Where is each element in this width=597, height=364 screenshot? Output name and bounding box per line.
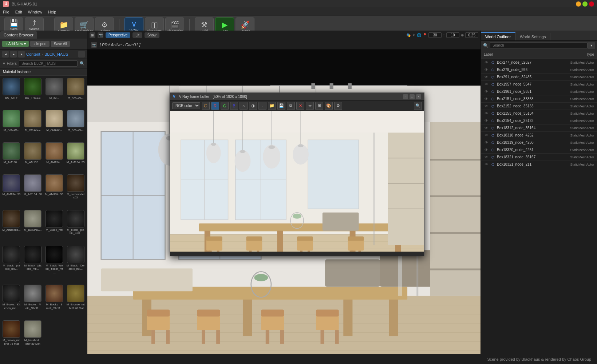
asset-item-m-am130-3[interactable]: M_AM130... <box>23 109 43 140</box>
fb-tool-1[interactable]: ⬡ <box>202 102 210 110</box>
svg-rect-43 <box>151 330 155 344</box>
outliner-search-input[interactable] <box>490 42 588 48</box>
path-blck-haus[interactable]: BLCK_HAUS <box>44 52 68 56</box>
fb-tool-save[interactable]: 💾 <box>277 102 285 110</box>
asset-item-m-bronze[interactable]: M_Bronze_mtl brdf 40 Mat <box>66 284 86 318</box>
asset-item-m-bsm[interactable]: M_Books_ Small_Shelf... <box>44 284 64 318</box>
asset-item-m-a3[interactable]: M_a3... <box>44 77 64 108</box>
outliner-row-13[interactable]: 👁⬡Box18321_node_35167StaticMeshActor <box>481 154 597 161</box>
asset-item-m-am138[interactable]: M_AM134..38 <box>1 174 21 208</box>
outliner-row-9[interactable]: 👁⬡Box18312_node_35164StaticMeshActor <box>481 124 597 132</box>
fb-zoom-out[interactable]: 🔍 <box>414 102 422 110</box>
color-mode-select[interactable]: RGB color <box>172 102 200 109</box>
import-button[interactable]: ↓ Import <box>30 41 49 47</box>
asset-item-m-black3[interactable]: M_black_ plastic_mtl... <box>1 245 21 283</box>
outliner-row-14[interactable]: 👁⬡Box18321_node_211StaticMeshActor <box>481 161 597 168</box>
world-settings-tab[interactable]: World Settings <box>515 33 550 40</box>
filter-label[interactable]: ▼ Filters <box>2 62 17 66</box>
path-options-button[interactable]: ⋯ <box>78 51 85 58</box>
asset-item-m-ceramic[interactable]: M_Black_ Ceramic_mtl... <box>66 245 86 283</box>
up-button[interactable]: ▴ <box>18 51 25 58</box>
minimize-button[interactable] <box>576 1 581 7</box>
fb-tool-b[interactable]: B <box>230 102 238 110</box>
asset-item-m-am138-2[interactable]: M_AM134..38 <box>23 174 43 208</box>
outliner-row-3[interactable]: 👁⬡Box1957_node_5647StaticMeshActor <box>481 81 597 88</box>
world-outliner-tab[interactable]: World Outliner <box>481 32 515 40</box>
outliner-row-11[interactable]: 👁⬡Box18319_node_4250StaticMeshActor <box>481 139 597 146</box>
asset-item-m-bw[interactable]: M_Black_Wood_ ticker_mtl... <box>44 245 64 283</box>
fb-tool-r[interactable]: R <box>211 102 219 110</box>
val2-input[interactable] <box>446 32 459 38</box>
close-button[interactable] <box>589 1 594 7</box>
menu-file[interactable]: File <box>3 10 9 14</box>
fb-tool-copy[interactable]: ⧉ <box>287 102 295 110</box>
outliner-row-2[interactable]: 👁⬡Box291_node_32485StaticMeshActor <box>481 74 597 81</box>
asset-item-m-am134-2[interactable]: M_AM134..36 <box>44 174 64 208</box>
forward-button[interactable]: ▸ <box>10 51 17 58</box>
fb-tool-folder[interactable]: 📁 <box>268 102 276 110</box>
outliner-row-6[interactable]: 👁⬡Box2152_node_35133StaticMeshActor <box>481 103 597 110</box>
fb-tool-layers[interactable]: ⊞ <box>315 102 323 110</box>
asset-item-m-brown[interactable]: M_brown_mtl brdf 75 Mat <box>1 320 21 354</box>
asset-item-m-am130-2[interactable]: M_AM130... <box>1 109 21 140</box>
outliner-row-0[interactable]: 👁⬡Box277_node_32627StaticMeshActor <box>481 59 597 66</box>
fb-tool-red-x[interactable]: ✕ <box>296 102 304 110</box>
asset-item-m-paper[interactable]: M_AM130... <box>44 109 64 140</box>
content-browser-tab[interactable]: Content Browser <box>0 31 37 39</box>
outliner-label-9: Box18312_node_35164 <box>497 126 570 130</box>
search-input[interactable] <box>19 60 78 67</box>
fb-close-button[interactable]: × <box>416 94 421 99</box>
mesh-icon-9: ⬡ <box>490 126 495 131</box>
outliner-row-5[interactable]: 👁⬡Box2151_node_33358StaticMeshActor <box>481 95 597 103</box>
viewport-lock-icon[interactable]: ⊞ <box>90 32 95 38</box>
asset-item-m-artbooks[interactable]: M_ArtBooks... <box>1 209 21 244</box>
outliner-filter-button[interactable]: ▾ <box>588 42 595 49</box>
asset-item-m-am130-4[interactable]: M_AM130... <box>66 109 86 140</box>
asset-item-m-black4[interactable]: M_black_ plastic_mtl... <box>23 245 43 283</box>
fb-tool-dot[interactable]: · <box>258 102 266 110</box>
outliner-row-10[interactable]: 👁⬡Box18318_node_4252StaticMeshActor <box>481 132 597 139</box>
menu-window[interactable]: Window <box>28 10 42 14</box>
asset-item-bg-city[interactable]: BG_CITY <box>1 77 21 108</box>
menu-edit[interactable]: Edit <box>15 10 22 14</box>
asset-item-m-black2[interactable]: M_black_ plastic_mttl... <box>66 209 86 244</box>
fb-restore-button[interactable]: □ <box>410 94 415 99</box>
asset-item-bg-trees[interactable]: BG_TREES <box>23 77 43 108</box>
asset-item-m-black1[interactable]: M_Black_mttl... <box>44 209 64 244</box>
maximize-button[interactable] <box>582 1 588 7</box>
fb-tool-compare[interactable]: ⇔ <box>306 102 314 110</box>
menu-help[interactable]: Help <box>48 10 56 14</box>
asset-item-m-mains[interactable]: M_Books_ Main_Shelf... <box>23 284 43 318</box>
asset-item-m-baking[interactable]: M_BAKING... <box>23 209 43 244</box>
asset-item-m-am134[interactable]: M_AM134... <box>44 142 64 172</box>
outliner-row-12[interactable]: 👁⬡Box18320_node_4251StaticMeshActor <box>481 146 597 154</box>
outliner-row-4[interactable]: 👁⬡Box1961_node_5651StaticMeshActor <box>481 88 597 95</box>
asset-item-m-brushed[interactable]: M_brushed... brdf 39 Mat <box>23 320 43 354</box>
mesh-icon-11: ⬡ <box>490 140 495 145</box>
fb-tool-settings[interactable]: ⚙ <box>334 102 342 110</box>
show-button[interactable]: Show <box>145 32 159 38</box>
outliner-row-8[interactable]: 👁⬡Box2154_node_35132StaticMeshActor <box>481 117 597 124</box>
val1-input[interactable] <box>428 32 442 38</box>
save-all-button[interactable]: Save All <box>51 41 70 47</box>
fb-tool-circle[interactable]: ○ <box>240 102 248 110</box>
asset-item-m-am130-1[interactable]: M_AM130... <box>66 77 86 108</box>
asset-item-m-archmodels[interactable]: M_archmodels52 <box>66 174 86 208</box>
path-content[interactable]: Content <box>26 52 40 56</box>
asset-item-m-kitchen[interactable]: M_Books_ Kitchen_mtl... <box>1 284 21 318</box>
viewport-camera-icon[interactable]: 📷 <box>98 32 103 38</box>
perspective-button[interactable]: Perspective <box>106 32 130 38</box>
back-button[interactable]: ◂ <box>2 51 9 58</box>
fb-tool-color2[interactable]: 🎨 <box>325 102 333 110</box>
val3-input[interactable] <box>465 32 478 38</box>
asset-item-m-am135[interactable]: M_AM134..35 <box>66 142 86 172</box>
lit-button[interactable]: Lit <box>133 32 142 38</box>
outliner-row-1[interactable]: 👁⬡Box279_node_996StaticMeshActor <box>481 66 597 74</box>
asset-item-m-am130-5[interactable]: M_AM130... <box>1 142 21 172</box>
fb-minimize-button[interactable]: − <box>403 94 408 99</box>
fb-tool-g[interactable]: G <box>221 102 229 110</box>
add-new-button[interactable]: + Add New ▾ <box>2 41 29 47</box>
outliner-row-7[interactable]: 👁⬡Box2153_node_35134StaticMeshActor <box>481 110 597 117</box>
fb-tool-half[interactable]: ◑ <box>249 102 257 110</box>
asset-item-m-am130-6[interactable]: M_AM130... <box>23 142 43 172</box>
